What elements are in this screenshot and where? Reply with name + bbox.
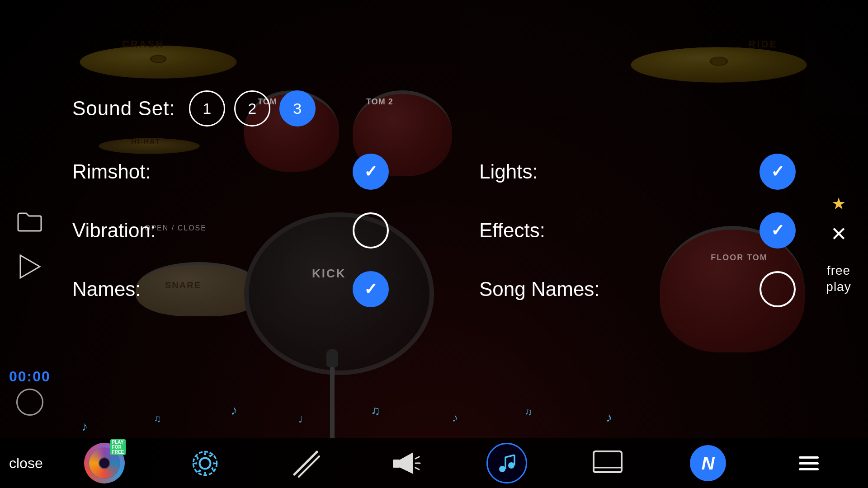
hamburger-line-3 [799,468,819,470]
toolbar-items: PLAYFORFREE [54,443,859,483]
sound-set-row: Sound Set: 1 2 3 [72,90,796,127]
music-note-icon [495,452,518,474]
mic-stand [330,366,335,438]
crash-label: CRASH [122,38,164,50]
music-note-button[interactable] [486,443,527,483]
rimshot-label: Rimshot: [72,160,163,183]
screen-button[interactable] [587,443,628,483]
megaphone-button[interactable] [386,443,427,483]
music-btn-circle [486,443,527,483]
svg-line-12 [505,455,514,457]
hamburger-line-2 [799,462,819,465]
screen-icon [592,450,623,477]
effects-row: Effects: ✓ [479,212,796,249]
vibration-row: Vibration: [72,212,389,249]
ride-label: RIDE [748,38,778,50]
svg-line-7 [415,457,419,459]
names-check: ✓ [364,280,377,299]
lights-label: Lights: [479,160,570,183]
bottom-toolbar: close PLAYFORFREE [0,438,868,488]
svg-point-14 [508,462,514,469]
star-icon: ★ [831,194,846,213]
timer-circle [16,389,43,416]
sound-set-label: Sound Set: [72,97,175,120]
music-note-float-4: ♩ [298,414,302,425]
sound-option-3[interactable]: 3 [279,90,316,127]
svg-marker-0 [20,255,40,278]
music-note-float-1: ♪ [81,419,88,434]
songnames-row: Song Names: [479,271,796,307]
music-note-float-3: ♪ [231,403,237,418]
timer-value: 00:00 [9,368,51,385]
lights-toggle[interactable]: ✓ [760,154,796,190]
songnames-label: Song Names: [479,278,600,300]
hamburger-line-1 [799,456,819,459]
music-note-float-7: ♫ [524,406,532,418]
rimshot-check: ✓ [364,162,377,181]
lights-check: ✓ [771,162,784,181]
svg-rect-15 [594,451,622,472]
settings-gear-button[interactable] [185,443,226,483]
music-note-float-6: ♪ [452,411,458,425]
vibration-toggle[interactable] [353,212,389,249]
megaphone-icon [391,450,422,477]
names-row: Names: ✓ [72,271,389,307]
effects-label: Effects: [479,219,570,242]
folder-button[interactable] [16,208,43,235]
svg-line-9 [415,468,419,469]
sound-option-2[interactable]: 2 [234,90,270,127]
timer-display: 00:00 [9,368,51,416]
rimshot-row: Rimshot: ✓ [72,154,389,190]
sound-option-1[interactable]: 1 [189,90,225,127]
effects-check: ✓ [771,221,784,240]
settings-panel: Sound Set: 1 2 3 Rimshot: ✓ Lights: ✓ Vi… [72,90,796,307]
play-button[interactable] [16,253,43,280]
names-label: Names: [72,278,163,300]
n-logo-button[interactable]: N [688,443,728,483]
close-x-button[interactable]: ✕ [830,222,847,245]
songnames-toggle[interactable] [760,271,796,307]
mic-head [326,349,338,367]
svg-rect-5 [393,460,400,468]
play-free-disc: PLAYFORFREE [84,443,125,483]
effects-toggle[interactable]: ✓ [760,212,796,249]
lights-row: Lights: ✓ [479,154,796,190]
music-note-float-5: ♫ [371,404,380,418]
hamburger-menu-button[interactable] [788,443,829,483]
vibration-label: Vibration: [72,219,163,242]
n-logo-icon: N [690,445,726,481]
svg-point-10 [499,466,505,472]
free-play-area: ★ ✕ free play [809,0,868,488]
hamburger-icon [799,456,819,470]
sound-set-options: 1 2 3 [189,90,316,127]
music-note-float-2: ♫ [154,413,161,425]
free-play-free: free [827,263,850,278]
settings-grid: Rimshot: ✓ Lights: ✓ Vibration: Effects:… [72,154,796,307]
play-for-free-button[interactable]: PLAYFORFREE [84,443,125,483]
gear-icon [190,449,220,478]
rimshot-toggle[interactable]: ✓ [353,154,389,190]
svg-marker-6 [400,452,413,474]
music-note-float-8: ♪ [606,410,612,425]
svg-point-1 [200,458,211,469]
drumstick-button[interactable] [285,443,326,483]
close-button[interactable]: close [9,455,54,472]
drumstick-icon [290,447,321,479]
names-toggle[interactable]: ✓ [353,271,389,307]
svg-point-2 [193,451,217,475]
free-play-play: play [826,280,851,294]
